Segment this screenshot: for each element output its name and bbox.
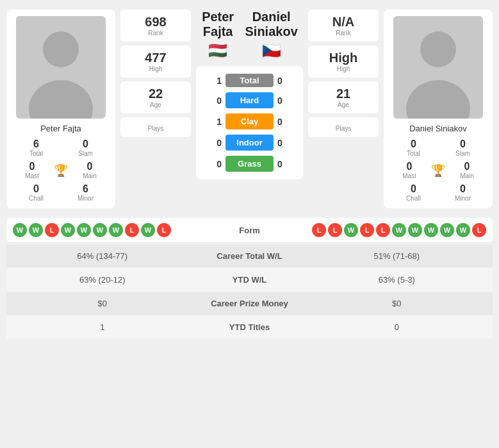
left-plays-card: Plays (120, 117, 191, 137)
right-stat-mast: 0 Mast (390, 161, 429, 179)
form-badge-left: L (157, 223, 171, 237)
stat-center-label: YTD W/L (192, 275, 307, 285)
career-stat-row: 63% (20-12) YTD W/L 63% (5-3) (6, 269, 493, 291)
right-stat-total: 0 Total (390, 138, 437, 157)
form-badge-left: W (29, 223, 43, 237)
left-stat-chall: 0 Chall (13, 183, 60, 202)
form-badge-right: L (360, 223, 374, 237)
total-label: Total (225, 74, 274, 87)
bottom-section: WWLWWWWLWL Form LLWLLWWWWWL 64% (134-77)… (0, 218, 499, 346)
form-row: WWLWWWWLWL Form LLWLLWWWWWL (6, 218, 493, 242)
form-badge-right: L (312, 223, 326, 237)
right-stat-slam: 0 Slam (439, 138, 486, 157)
form-badge-right: W (424, 223, 438, 237)
player-names-row: Peter Fajta 🇭🇺 Daniel Siniakov 🇨🇿 (196, 10, 303, 60)
stat-right-value: 63% (5-3) (307, 275, 487, 285)
form-badge-right: L (328, 223, 342, 237)
right-stat-minor: 0 Minor (439, 183, 486, 202)
surface-table: 1 Total 0 0 Hard 0 1 Clay 0 0 (196, 66, 303, 179)
left-age-card: 22 Age (120, 81, 191, 113)
stat-left-value: 64% (134-77) (13, 251, 192, 261)
main-container: Peter Fajta 6 Total 0 Slam 0 Mast (0, 0, 499, 346)
stat-right-value: 51% (71-68) (307, 251, 487, 261)
right-trophy-icon: 🏆 (431, 163, 445, 178)
form-badge-right: W (408, 223, 422, 237)
right-age-card: 21 Age (308, 81, 379, 113)
stat-center-label: Career Total W/L (192, 251, 307, 261)
right-stat-main: 0 Main (448, 161, 486, 179)
career-stat-row: $0 Career Prize Money $0 (6, 292, 493, 315)
right-plays-card: Plays (308, 117, 379, 137)
left-player-stats: 6 Total 0 Slam 0 Mast 🏆 0 (13, 133, 109, 202)
right-name-flag: Daniel Siniakov 🇨🇿 (240, 10, 303, 60)
stat-right-value: $0 (307, 299, 487, 308)
hard-row: 0 Hard 0 (196, 90, 303, 111)
form-badges-right: LLWLLWWWWWL (288, 223, 487, 237)
svg-point-1 (43, 31, 79, 67)
left-stat-total: 6 Total (13, 138, 60, 157)
form-badge-right: W (456, 223, 470, 237)
form-badge-left: L (125, 223, 139, 237)
clay-row: 1 Clay 0 (196, 111, 303, 132)
form-badge-right: W (392, 223, 406, 237)
svg-point-4 (420, 31, 456, 67)
right-player-stats: 0 Total 0 Slam 0 Mast 🏆 0 (390, 133, 486, 202)
form-badge-left: W (77, 223, 91, 237)
right-stats-col: N/A Rank High High 21 Age Plays (308, 10, 379, 208)
indoor-row: 0 Indoor 0 (196, 132, 303, 153)
career-stat-row: 64% (134-77) Career Total W/L 51% (71-68… (6, 245, 493, 267)
stat-left-value: $0 (13, 299, 192, 308)
form-label: Form (211, 226, 288, 235)
stat-center-label: Career Prize Money (192, 299, 307, 308)
left-stats-col: 698 Rank 477 High 22 Age Plays (120, 10, 191, 208)
form-badge-left: W (141, 223, 155, 237)
form-badge-right: L (472, 223, 486, 237)
left-stat-slam: 0 Slam (62, 138, 109, 157)
stat-left-value: 63% (20-12) (13, 275, 192, 285)
form-badges-left: WWLWWWWLWL (13, 223, 211, 237)
stat-center-label: YTD Titles (192, 322, 307, 332)
grass-label: Grass (225, 156, 274, 172)
grass-row: 0 Grass 0 (196, 153, 303, 174)
form-badge-left: W (61, 223, 75, 237)
form-badge-right: W (440, 223, 454, 237)
right-high-card: High High (308, 46, 379, 78)
form-badge-right: L (376, 223, 390, 237)
stat-left-value: 1 (13, 322, 192, 332)
left-player-card: Peter Fajta 6 Total 0 Slam 0 Mast (6, 10, 115, 208)
hard-label: Hard (225, 92, 274, 108)
form-badge-left: W (93, 223, 107, 237)
left-stat-minor: 6 Minor (62, 183, 109, 202)
left-name-flag: Peter Fajta 🇭🇺 (196, 10, 240, 60)
top-section: Peter Fajta 6 Total 0 Slam 0 Mast (0, 0, 499, 218)
career-stats-table: 64% (134-77) Career Total W/L 51% (71-68… (6, 245, 493, 338)
form-badge-right: W (344, 223, 358, 237)
left-rank-card: 698 Rank (120, 10, 191, 42)
right-player-card: Daniel Siniakov 0 Total 0 Slam 0 Mast (384, 10, 493, 208)
stat-right-value: 0 (307, 322, 487, 332)
left-high-card: 477 High (120, 46, 191, 78)
form-badge-left: W (13, 223, 27, 237)
right-stat-chall: 0 Chall (390, 183, 437, 202)
right-rank-card: N/A Rank (308, 10, 379, 42)
clay-label: Clay (225, 113, 274, 129)
left-stat-main: 0 Main (70, 161, 109, 179)
form-badge-left: L (45, 223, 59, 237)
left-player-name: Peter Fajta (40, 124, 81, 133)
form-badge-left: W (109, 223, 123, 237)
career-stat-row: 1 YTD Titles 0 (6, 316, 493, 338)
left-trophy-icon: 🏆 (54, 163, 68, 178)
indoor-label: Indoor (225, 135, 274, 151)
left-stat-mast: 0 Mast (13, 161, 51, 179)
left-avatar (16, 16, 106, 119)
center-col: Peter Fajta 🇭🇺 Daniel Siniakov 🇨🇿 1 Tota… (196, 10, 303, 208)
right-player-name: Daniel Siniakov (409, 124, 467, 133)
total-row: 1 Total 0 (196, 71, 303, 90)
right-avatar (393, 16, 483, 119)
